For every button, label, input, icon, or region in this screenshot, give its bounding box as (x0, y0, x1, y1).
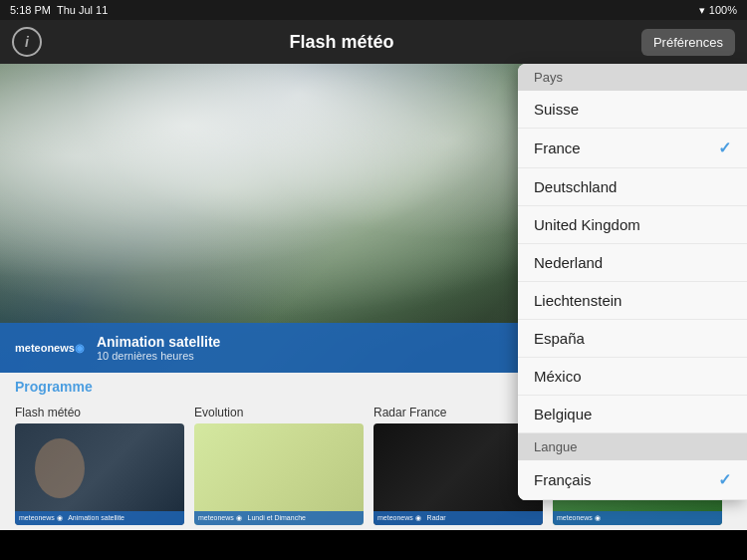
wifi-icon: ▾ (699, 4, 705, 17)
status-bar: 5:18 PM Thu Jul 11 ▾ 100% (0, 0, 747, 20)
dropdown-menu: Pays Suisse France ✓ Deutschland United … (518, 64, 747, 500)
dropdown-langue-header: Langue (518, 433, 747, 460)
status-time: 5:18 PM (10, 4, 51, 16)
dropdown-item-uk[interactable]: United Kingdom (518, 206, 747, 244)
dropdown-item-france[interactable]: France ✓ (518, 129, 747, 168)
info-button[interactable]: i (12, 27, 42, 57)
dropdown-pays-header: Pays (518, 64, 747, 91)
dropdown-item-liechtenstein[interactable]: Liechtenstein (518, 282, 747, 320)
thumb-bar-4: meteonews ◉ (553, 511, 722, 525)
meteonews-logo: meteonews◉ (15, 342, 85, 355)
dropdown-item-mexico[interactable]: México (518, 358, 747, 396)
thumb-label-evolution: Evolution (194, 406, 364, 420)
dropdown-item-belgique[interactable]: Belgique (518, 396, 747, 433)
thumb-bar-evolution: meteonews ◉ Lundi et Dimanche (194, 511, 364, 525)
status-left: 5:18 PM Thu Jul 11 (10, 4, 108, 16)
dropdown-item-nederland[interactable]: Nederland (518, 244, 747, 282)
thumb-bar-radar: meteonews ◉ Radar (374, 511, 543, 525)
video-subtitle: 10 dernières heures (97, 350, 220, 362)
france-checkmark: ✓ (718, 139, 731, 157)
dropdown-item-deutschland[interactable]: Deutschland (518, 168, 747, 206)
status-date: Thu Jul 11 (57, 4, 108, 16)
thumb-item-flash[interactable]: Flash météo meteonews ◉ Animation satell… (15, 406, 184, 525)
dropdown-item-francais[interactable]: Français ✓ (518, 460, 747, 500)
thumb-image-evolution: meteonews ◉ Lundi et Dimanche (194, 423, 364, 525)
thumb-image-flash: meteonews ◉ Animation satellite (15, 423, 184, 525)
nav-title: Flash météo (289, 32, 393, 53)
status-right: ▾ 100% (699, 4, 737, 17)
video-info-text: Animation satellite 10 dernières heures (97, 334, 220, 362)
thumb-item-evolution[interactable]: Evolution meteonews ◉ Lundi et Dimanche (194, 406, 364, 525)
thumb-label-flash: Flash météo (15, 406, 184, 420)
thumb-bar-flash: meteonews ◉ Animation satellite (15, 511, 184, 525)
programme-label: Programme (15, 379, 93, 395)
dropdown-item-espana[interactable]: España (518, 320, 747, 358)
preferences-button[interactable]: Préférences (641, 29, 735, 56)
battery-label: 100% (709, 4, 737, 16)
dropdown-item-suisse[interactable]: Suisse (518, 91, 747, 129)
francais-checkmark: ✓ (718, 470, 731, 489)
nav-bar: i Flash météo Préférences (0, 20, 747, 64)
video-title: Animation satellite (97, 334, 220, 350)
